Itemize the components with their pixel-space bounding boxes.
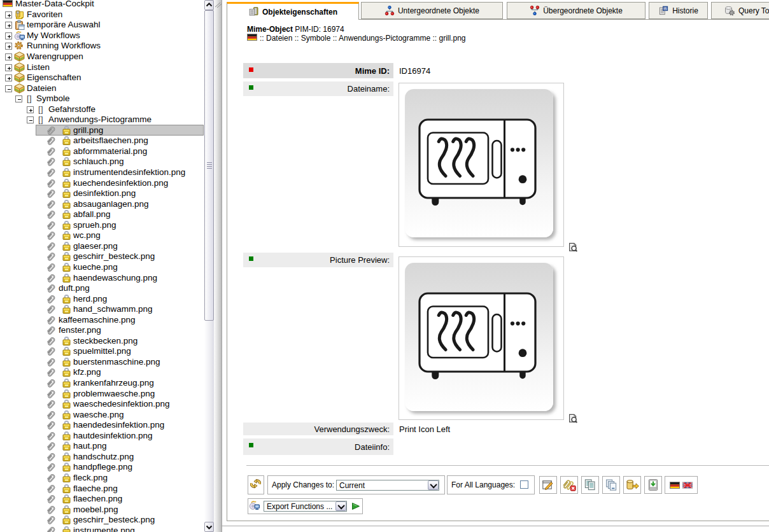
svg-text:12: 12 xyxy=(664,7,668,10)
